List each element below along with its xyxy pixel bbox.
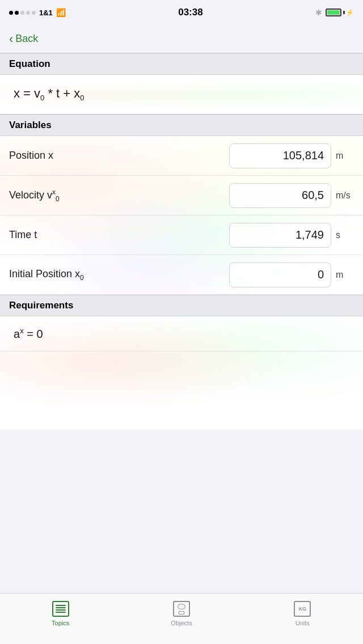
equation-header-text: Equation	[9, 58, 50, 69]
objects-rect-shape	[179, 611, 184, 615]
req-expr-1: ax = 0	[14, 328, 43, 340]
position-x-input[interactable]	[229, 143, 331, 168]
req-row-1: ax = 0	[0, 316, 363, 351]
time-unit: s	[336, 230, 354, 240]
dot3	[20, 11, 24, 15]
variable-row-velocity: Velocity vx0 m/s	[0, 176, 363, 215]
tab-units[interactable]: KG Units	[242, 598, 363, 629]
battery-tip	[343, 11, 345, 14]
variable-label-initial-position: Initial Position x0	[9, 268, 229, 282]
topics-icon	[52, 600, 69, 617]
variable-input-wrapper-position: m	[229, 143, 354, 168]
equation-section-header: Equation	[0, 53, 363, 75]
variables-header-text: Variables	[9, 120, 52, 130]
objects-circle-shape	[178, 604, 185, 609]
variable-row-position: Position x m	[0, 136, 363, 176]
list-line-4	[56, 612, 66, 613]
tab-bar: Topics Objects KG Units	[0, 593, 363, 644]
topics-list-icon	[52, 601, 69, 617]
variables-area: Position x m Velocity vx0 m/s Time t s I…	[0, 136, 363, 295]
back-label: Back	[15, 33, 38, 45]
requirements-header-text: Requirements	[9, 300, 73, 311]
variable-label-position: Position x	[9, 150, 229, 162]
battery-body	[326, 9, 341, 16]
time-t-input[interactable]	[229, 223, 331, 248]
back-button[interactable]: ‹ Back	[9, 33, 38, 45]
variable-row-time: Time t s	[0, 215, 363, 255]
objects-label: Objects	[171, 620, 192, 626]
nav-bar: ‹ Back	[0, 25, 363, 53]
variable-row-initial-position: Initial Position x0 m	[0, 255, 363, 295]
variable-label-velocity: Velocity vx0	[9, 188, 229, 203]
velocity-v0-input[interactable]	[229, 183, 331, 208]
requirements-area: ax = 0	[0, 316, 363, 430]
bluetooth-icon: ✱	[315, 8, 322, 17]
equation-formula: x = v0 * t + x0	[14, 86, 85, 102]
list-line-3	[56, 609, 66, 611]
topics-label: Topics	[52, 620, 69, 626]
wifi-icon: 📶	[56, 8, 66, 17]
objects-icon	[173, 601, 190, 617]
variable-label-time: Time t	[9, 229, 229, 241]
units-icon: KG	[294, 601, 311, 617]
units-label: Units	[296, 620, 310, 626]
variable-input-wrapper-initial-position: m	[229, 262, 354, 287]
initial-position-x0-input[interactable]	[229, 262, 331, 287]
tab-objects[interactable]: Objects	[121, 598, 242, 629]
variable-input-wrapper-velocity: m/s	[229, 183, 354, 208]
objects-icon-wrapper	[173, 600, 190, 617]
variables-section-header: Variables	[0, 115, 363, 136]
list-line-1	[56, 605, 66, 606]
battery-fill	[327, 10, 340, 15]
carrier-label: 1&1	[39, 9, 53, 17]
status-right: ✱ ⚡	[315, 8, 354, 17]
position-unit: m	[336, 151, 354, 161]
dot4	[26, 11, 30, 15]
tab-topics[interactable]: Topics	[0, 598, 121, 629]
charging-bolt: ⚡	[346, 9, 354, 16]
back-chevron-icon: ‹	[9, 33, 13, 45]
list-line-2	[56, 607, 66, 608]
status-bar: 1&1 📶 03:38 ✱ ⚡	[0, 0, 363, 25]
variable-input-wrapper-time: s	[229, 223, 354, 248]
units-icon-wrapper: KG	[294, 600, 311, 617]
battery: ⚡	[326, 9, 354, 16]
dot2	[15, 11, 19, 15]
dot5	[32, 11, 36, 15]
status-left: 1&1 📶	[9, 8, 66, 17]
content-area: Equation x = v0 * t + x0 Variables Posit…	[0, 53, 363, 593]
requirements-section-header: Requirements	[0, 295, 363, 316]
status-time: 03:38	[178, 7, 202, 18]
signal-strength	[9, 11, 36, 15]
equation-area: x = v0 * t + x0	[0, 75, 363, 115]
initial-position-unit: m	[336, 270, 354, 280]
dot1	[9, 11, 13, 15]
velocity-unit: m/s	[336, 190, 354, 201]
